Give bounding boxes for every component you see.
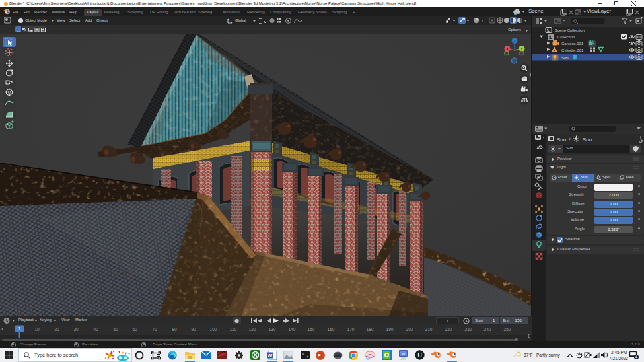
svg-text:70: 70 (152, 327, 157, 332)
svg-text:4: 4 (635, 355, 638, 359)
svg-text:130: 130 (269, 327, 276, 332)
svg-text:230: 230 (465, 327, 472, 332)
svg-text:110: 110 (230, 327, 237, 332)
svg-text:190: 190 (386, 327, 394, 332)
svg-text:Y: Y (520, 47, 523, 51)
svg-text:200: 200 (406, 327, 413, 332)
svg-text:160: 160 (328, 327, 335, 332)
svg-text:250: 250 (504, 327, 511, 332)
svg-text:Collection: Collection (557, 35, 575, 39)
svg-text:150: 150 (308, 327, 315, 332)
svg-text:P: P (318, 353, 322, 359)
svg-text:240: 240 (484, 327, 491, 332)
svg-text:W: W (402, 352, 406, 356)
svg-text:180: 180 (367, 327, 374, 332)
svg-text:Cylinder.001: Cylinder.001 (561, 48, 584, 52)
svg-text:1: 1 (18, 326, 21, 331)
svg-text:20: 20 (54, 327, 59, 332)
svg-text:40: 40 (93, 327, 98, 332)
svg-text:Camera.001: Camera.001 (561, 42, 584, 46)
svg-text:Scene Collection: Scene Collection (555, 28, 585, 32)
svg-text:U: U (417, 351, 422, 359)
svg-text:30: 30 (73, 327, 79, 332)
svg-text:80: 80 (172, 327, 177, 332)
svg-text:W: W (268, 353, 273, 359)
svg-text:170: 170 (347, 327, 355, 332)
svg-text:50: 50 (113, 327, 118, 332)
svg-text:100: 100 (210, 327, 217, 332)
svg-text:10: 10 (34, 327, 40, 332)
svg-text:Sun: Sun (583, 137, 592, 143)
svg-text:210: 210 (425, 327, 433, 332)
svg-text:220: 220 (445, 327, 452, 332)
svg-text:Sun: Sun (561, 56, 569, 60)
svg-text:90: 90 (191, 327, 196, 332)
svg-text:60: 60 (132, 327, 137, 332)
svg-text:Z: Z (513, 39, 516, 43)
svg-text:120: 120 (249, 327, 256, 332)
svg-text:X: X (506, 47, 509, 51)
svg-text:Sun: Sun (557, 137, 566, 143)
svg-text:140: 140 (289, 327, 296, 332)
